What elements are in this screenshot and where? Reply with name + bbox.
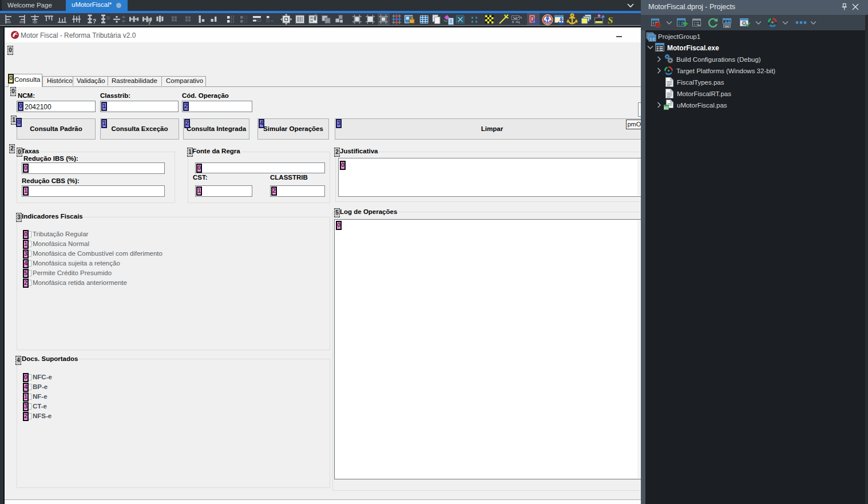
svg-text:?: ? xyxy=(148,19,151,25)
svg-text:S: S xyxy=(608,14,613,25)
svg-text:?: ? xyxy=(93,18,96,25)
